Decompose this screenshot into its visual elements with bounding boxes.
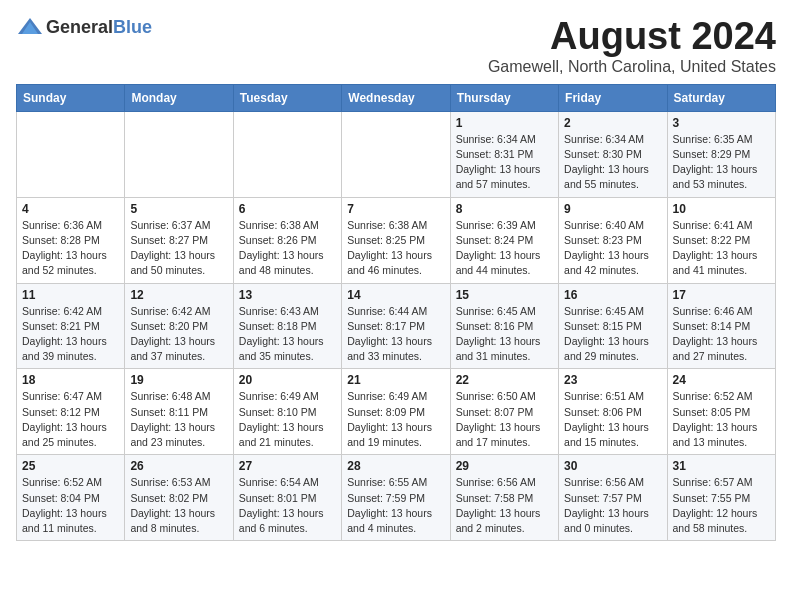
day-number: 14 (347, 288, 444, 302)
day-number: 28 (347, 459, 444, 473)
day-info: Sunrise: 6:42 AM Sunset: 8:21 PM Dayligh… (22, 304, 119, 365)
day-info: Sunrise: 6:36 AM Sunset: 8:28 PM Dayligh… (22, 218, 119, 279)
day-info: Sunrise: 6:35 AM Sunset: 8:29 PM Dayligh… (673, 132, 770, 193)
day-info: Sunrise: 6:47 AM Sunset: 8:12 PM Dayligh… (22, 389, 119, 450)
day-number: 8 (456, 202, 553, 216)
day-number: 5 (130, 202, 227, 216)
day-info: Sunrise: 6:45 AM Sunset: 8:16 PM Dayligh… (456, 304, 553, 365)
table-row: 16Sunrise: 6:45 AM Sunset: 8:15 PM Dayli… (559, 283, 667, 369)
day-number: 1 (456, 116, 553, 130)
header-friday: Friday (559, 84, 667, 111)
day-number: 2 (564, 116, 661, 130)
calendar-table: Sunday Monday Tuesday Wednesday Thursday… (16, 84, 776, 541)
table-row: 22Sunrise: 6:50 AM Sunset: 8:07 PM Dayli… (450, 369, 558, 455)
table-row (125, 111, 233, 197)
day-number: 24 (673, 373, 770, 387)
table-row: 12Sunrise: 6:42 AM Sunset: 8:20 PM Dayli… (125, 283, 233, 369)
table-row: 5Sunrise: 6:37 AM Sunset: 8:27 PM Daylig… (125, 197, 233, 283)
table-row (233, 111, 341, 197)
day-number: 18 (22, 373, 119, 387)
day-info: Sunrise: 6:55 AM Sunset: 7:59 PM Dayligh… (347, 475, 444, 536)
table-row: 14Sunrise: 6:44 AM Sunset: 8:17 PM Dayli… (342, 283, 450, 369)
day-info: Sunrise: 6:41 AM Sunset: 8:22 PM Dayligh… (673, 218, 770, 279)
day-number: 4 (22, 202, 119, 216)
day-number: 29 (456, 459, 553, 473)
table-row: 3Sunrise: 6:35 AM Sunset: 8:29 PM Daylig… (667, 111, 775, 197)
day-number: 19 (130, 373, 227, 387)
day-number: 12 (130, 288, 227, 302)
table-row: 15Sunrise: 6:45 AM Sunset: 8:16 PM Dayli… (450, 283, 558, 369)
table-row: 6Sunrise: 6:38 AM Sunset: 8:26 PM Daylig… (233, 197, 341, 283)
table-row: 21Sunrise: 6:49 AM Sunset: 8:09 PM Dayli… (342, 369, 450, 455)
day-info: Sunrise: 6:54 AM Sunset: 8:01 PM Dayligh… (239, 475, 336, 536)
day-number: 20 (239, 373, 336, 387)
table-row: 11Sunrise: 6:42 AM Sunset: 8:21 PM Dayli… (17, 283, 125, 369)
logo-text-general: General (46, 17, 113, 37)
page-header: GeneralBlue August 2024 Gamewell, North … (16, 16, 776, 76)
location-title: Gamewell, North Carolina, United States (488, 58, 776, 76)
table-row: 17Sunrise: 6:46 AM Sunset: 8:14 PM Dayli… (667, 283, 775, 369)
day-number: 27 (239, 459, 336, 473)
day-info: Sunrise: 6:40 AM Sunset: 8:23 PM Dayligh… (564, 218, 661, 279)
month-title: August 2024 (488, 16, 776, 58)
title-area: August 2024 Gamewell, North Carolina, Un… (488, 16, 776, 76)
header-saturday: Saturday (667, 84, 775, 111)
day-info: Sunrise: 6:51 AM Sunset: 8:06 PM Dayligh… (564, 389, 661, 450)
logo: GeneralBlue (16, 16, 152, 38)
day-info: Sunrise: 6:37 AM Sunset: 8:27 PM Dayligh… (130, 218, 227, 279)
table-row: 25Sunrise: 6:52 AM Sunset: 8:04 PM Dayli… (17, 455, 125, 541)
header-monday: Monday (125, 84, 233, 111)
day-info: Sunrise: 6:34 AM Sunset: 8:31 PM Dayligh… (456, 132, 553, 193)
table-row: 13Sunrise: 6:43 AM Sunset: 8:18 PM Dayli… (233, 283, 341, 369)
calendar-body: 1Sunrise: 6:34 AM Sunset: 8:31 PM Daylig… (17, 111, 776, 540)
table-row (17, 111, 125, 197)
table-row: 28Sunrise: 6:55 AM Sunset: 7:59 PM Dayli… (342, 455, 450, 541)
day-number: 31 (673, 459, 770, 473)
day-info: Sunrise: 6:49 AM Sunset: 8:10 PM Dayligh… (239, 389, 336, 450)
table-row: 2Sunrise: 6:34 AM Sunset: 8:30 PM Daylig… (559, 111, 667, 197)
table-row: 20Sunrise: 6:49 AM Sunset: 8:10 PM Dayli… (233, 369, 341, 455)
day-info: Sunrise: 6:49 AM Sunset: 8:09 PM Dayligh… (347, 389, 444, 450)
day-info: Sunrise: 6:52 AM Sunset: 8:05 PM Dayligh… (673, 389, 770, 450)
day-number: 15 (456, 288, 553, 302)
day-number: 25 (22, 459, 119, 473)
table-row: 29Sunrise: 6:56 AM Sunset: 7:58 PM Dayli… (450, 455, 558, 541)
table-row: 7Sunrise: 6:38 AM Sunset: 8:25 PM Daylig… (342, 197, 450, 283)
header-sunday: Sunday (17, 84, 125, 111)
day-info: Sunrise: 6:50 AM Sunset: 8:07 PM Dayligh… (456, 389, 553, 450)
day-number: 3 (673, 116, 770, 130)
day-number: 7 (347, 202, 444, 216)
day-number: 16 (564, 288, 661, 302)
day-info: Sunrise: 6:56 AM Sunset: 7:57 PM Dayligh… (564, 475, 661, 536)
day-info: Sunrise: 6:56 AM Sunset: 7:58 PM Dayligh… (456, 475, 553, 536)
table-row: 10Sunrise: 6:41 AM Sunset: 8:22 PM Dayli… (667, 197, 775, 283)
day-info: Sunrise: 6:57 AM Sunset: 7:55 PM Dayligh… (673, 475, 770, 536)
table-row: 23Sunrise: 6:51 AM Sunset: 8:06 PM Dayli… (559, 369, 667, 455)
header-thursday: Thursday (450, 84, 558, 111)
day-info: Sunrise: 6:48 AM Sunset: 8:11 PM Dayligh… (130, 389, 227, 450)
table-row: 26Sunrise: 6:53 AM Sunset: 8:02 PM Dayli… (125, 455, 233, 541)
day-number: 10 (673, 202, 770, 216)
day-info: Sunrise: 6:52 AM Sunset: 8:04 PM Dayligh… (22, 475, 119, 536)
day-info: Sunrise: 6:45 AM Sunset: 8:15 PM Dayligh… (564, 304, 661, 365)
day-number: 26 (130, 459, 227, 473)
day-number: 11 (22, 288, 119, 302)
table-row: 18Sunrise: 6:47 AM Sunset: 8:12 PM Dayli… (17, 369, 125, 455)
table-row: 4Sunrise: 6:36 AM Sunset: 8:28 PM Daylig… (17, 197, 125, 283)
day-number: 30 (564, 459, 661, 473)
table-row: 8Sunrise: 6:39 AM Sunset: 8:24 PM Daylig… (450, 197, 558, 283)
day-info: Sunrise: 6:43 AM Sunset: 8:18 PM Dayligh… (239, 304, 336, 365)
table-row: 27Sunrise: 6:54 AM Sunset: 8:01 PM Dayli… (233, 455, 341, 541)
table-row (342, 111, 450, 197)
day-number: 22 (456, 373, 553, 387)
day-info: Sunrise: 6:34 AM Sunset: 8:30 PM Dayligh… (564, 132, 661, 193)
day-info: Sunrise: 6:39 AM Sunset: 8:24 PM Dayligh… (456, 218, 553, 279)
header-tuesday: Tuesday (233, 84, 341, 111)
table-row: 24Sunrise: 6:52 AM Sunset: 8:05 PM Dayli… (667, 369, 775, 455)
table-row: 19Sunrise: 6:48 AM Sunset: 8:11 PM Dayli… (125, 369, 233, 455)
day-info: Sunrise: 6:38 AM Sunset: 8:25 PM Dayligh… (347, 218, 444, 279)
calendar-header: Sunday Monday Tuesday Wednesday Thursday… (17, 84, 776, 111)
day-number: 13 (239, 288, 336, 302)
table-row: 9Sunrise: 6:40 AM Sunset: 8:23 PM Daylig… (559, 197, 667, 283)
day-info: Sunrise: 6:38 AM Sunset: 8:26 PM Dayligh… (239, 218, 336, 279)
